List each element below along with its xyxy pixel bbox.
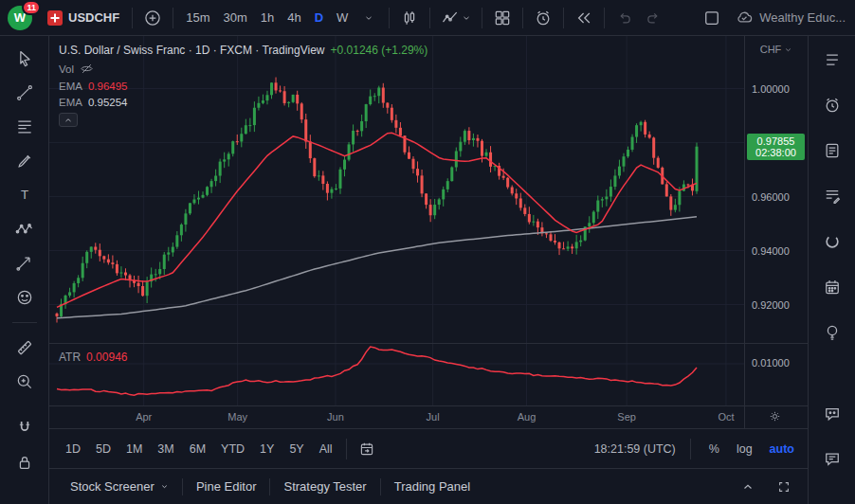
chat-button[interactable] (820, 404, 845, 424)
interval-menu-button[interactable] (355, 5, 382, 31)
scale-settings-button[interactable] (768, 409, 782, 423)
ideas-button[interactable] (820, 322, 845, 343)
range-1m[interactable]: 1M (119, 439, 149, 459)
log-scale-button[interactable]: log (733, 440, 756, 459)
price-scale-currency[interactable]: CHF (745, 44, 808, 55)
notes-button[interactable] (820, 186, 845, 207)
time-axis[interactable]: AprMayJunJulAugSepOct (49, 406, 744, 428)
range-ytd[interactable]: YTD (214, 439, 251, 459)
app-logo[interactable]: W 11 (8, 6, 32, 30)
calendar-button[interactable] (820, 277, 845, 297)
legend-title[interactable]: U.S. Dollar / Swiss Franc · 1D · FXCM · … (59, 44, 325, 57)
indicators-icon (441, 9, 460, 27)
ema-fast-label[interactable]: EMA (59, 81, 82, 92)
atr-label[interactable]: ATR (59, 351, 81, 364)
cursor-tool[interactable] (9, 45, 41, 72)
range-5d[interactable]: 5D (89, 439, 118, 459)
interval-1w[interactable]: W (331, 7, 354, 28)
atr-pane[interactable]: ATR 0.00946 (49, 344, 744, 405)
trend-line-icon (15, 83, 34, 102)
brush-icon (15, 152, 34, 171)
layout-grid-button[interactable] (489, 5, 516, 31)
compare-add-button[interactable] (139, 5, 166, 31)
ruler-icon (15, 338, 34, 357)
auto-scale-button[interactable]: auto (766, 440, 798, 459)
legend-collapse-button[interactable] (59, 113, 78, 127)
forecast-arrow-icon (15, 254, 34, 273)
tab-stock-screener[interactable]: Stock Screener (61, 474, 178, 499)
fib-lines-icon (15, 117, 34, 136)
save-layout-button[interactable]: Wealthy Educ... (733, 9, 847, 27)
separator (429, 8, 430, 28)
range-5y[interactable]: 5Y (282, 439, 310, 459)
fib-retracement-tool[interactable] (9, 114, 41, 140)
watchlist-button[interactable] (820, 49, 845, 70)
text-tool[interactable]: T (9, 182, 41, 208)
fullscreen-button[interactable] (699, 5, 725, 31)
alerts-button[interactable] (820, 95, 845, 116)
eye-off-icon[interactable] (80, 62, 94, 76)
percent-scale-button[interactable]: % (705, 440, 723, 459)
clock-utc[interactable]: 18:21:59 (UTC) (594, 442, 676, 456)
smiley-icon (15, 288, 34, 307)
swiss-flag-icon (47, 10, 63, 26)
trend-line-tool[interactable] (9, 80, 41, 106)
go-to-date-icon (358, 441, 375, 458)
time-axis-labels: AprMayJunJulAugSepOct (49, 406, 744, 428)
interval-30m[interactable]: 30m (217, 7, 252, 28)
range-1y[interactable]: 1Y (253, 439, 281, 459)
create-alert-button[interactable] (530, 5, 556, 31)
ema-slow-label[interactable]: EMA (59, 97, 82, 108)
range-all[interactable]: All (313, 439, 339, 459)
magnet-tool[interactable] (9, 415, 41, 441)
interval-15m[interactable]: 15m (180, 7, 215, 28)
go-to-date-button[interactable] (354, 436, 380, 462)
maximize-icon (777, 480, 791, 494)
interval-4h[interactable]: 4h (282, 7, 306, 28)
chevron-down-icon (160, 482, 169, 491)
atr-line-chart[interactable] (49, 344, 744, 405)
brush-tool[interactable] (9, 148, 41, 174)
bar-replay-button[interactable] (571, 5, 597, 31)
atr-scale[interactable]: 0.01000 (744, 344, 808, 405)
panel-expand-button[interactable] (736, 477, 760, 497)
redo-button[interactable] (640, 5, 666, 31)
symbol-search-button[interactable]: USDCHF (42, 7, 125, 29)
panel-maximize-button[interactable] (772, 477, 796, 497)
time-axis-month-label: May (224, 411, 252, 423)
price-pane[interactable]: U.S. Dollar / Swiss Franc · 1D · FXCM · … (49, 36, 744, 343)
news-icon (823, 141, 842, 160)
news-button[interactable] (820, 140, 845, 161)
vol-label[interactable]: Vol (59, 63, 74, 75)
interval-1d[interactable]: D (309, 7, 329, 28)
undo-icon (615, 9, 634, 27)
price-tick-label: 0.92000 (752, 299, 790, 311)
tab-pine-editor[interactable]: Pine Editor (187, 474, 266, 499)
range-1d[interactable]: 1D (59, 439, 87, 459)
plus-circle-icon (143, 9, 162, 27)
price-scale[interactable]: CHF 1.000000.960000.940000.92000 0.97855… (744, 36, 808, 343)
notification-badge[interactable]: 11 (22, 0, 41, 15)
pattern-tool[interactable] (9, 216, 41, 243)
measure-tool[interactable] (9, 334, 41, 361)
zoom-tool[interactable] (9, 369, 41, 395)
magnifier-plus-icon (15, 372, 34, 391)
current-price-value: 0.97855 (747, 135, 805, 147)
tab-trading-panel[interactable]: Trading Panel (385, 474, 480, 499)
indicators-button[interactable] (437, 5, 475, 31)
range-6m[interactable]: 6M (183, 439, 212, 459)
chart-style-button[interactable] (396, 5, 423, 31)
tab-strategy-tester[interactable]: Strategy Tester (274, 474, 375, 499)
interval-1h[interactable]: 1h (255, 7, 280, 28)
separator (563, 8, 564, 28)
watchlist-icon (823, 50, 842, 69)
emoji-tool[interactable] (9, 284, 41, 311)
tab-label: Stock Screener (70, 479, 155, 494)
hotlists-button[interactable] (820, 231, 845, 252)
undo-button[interactable] (611, 5, 638, 31)
range-3m[interactable]: 3M (151, 439, 180, 459)
forecast-tool[interactable] (9, 250, 41, 277)
lock-tool[interactable] (9, 449, 41, 476)
conversations-button[interactable] (820, 449, 845, 470)
separator (380, 478, 381, 495)
